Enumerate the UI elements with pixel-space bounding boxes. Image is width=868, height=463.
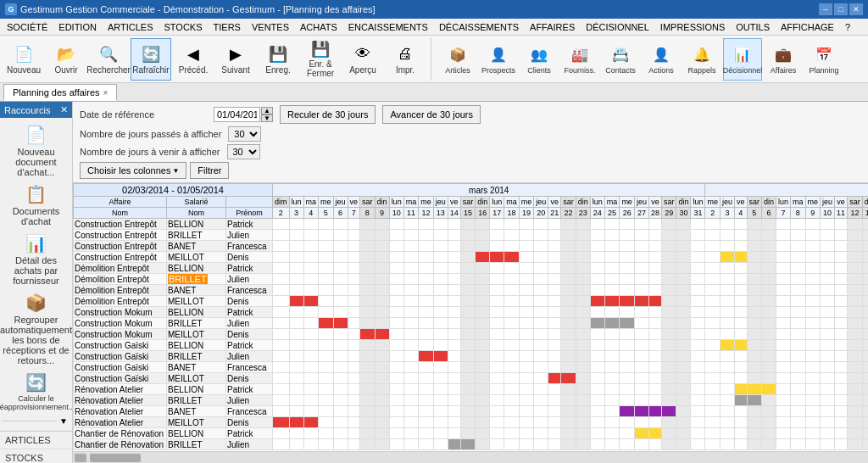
enreg-button[interactable]: 💾 Enreg. — [258, 38, 298, 81]
filtrer-button[interactable]: Filtrer — [190, 162, 229, 179]
menu-affaires[interactable]: AFFAIRES — [525, 20, 580, 34]
day-cell — [375, 285, 389, 296]
day-cell — [735, 395, 748, 406]
reculer-button[interactable]: Reculer de 30 jours — [280, 105, 376, 124]
day-cell — [776, 252, 791, 263]
planning-button[interactable]: 📅 Planning — [804, 38, 843, 81]
sidebar: Raccourcis ✕ 📄 Nouveau document d'achat.… — [0, 102, 73, 463]
decisionnel-button[interactable]: 📊 Décisionnel — [723, 38, 762, 81]
day-cell — [691, 439, 705, 450]
actions-button[interactable]: 👤 Actions — [642, 38, 681, 81]
march-num-4: 4 — [303, 208, 319, 219]
sidebar-item-calculer[interactable]: 🔄 Calculer le réapprovisionnement... — [2, 369, 70, 415]
menu-decisionnel[interactable]: DÉCISIONNEL — [581, 20, 654, 34]
day-cell — [561, 384, 576, 395]
affaires-button[interactable]: 💼 Affaires — [764, 38, 803, 81]
april-num-12: 12 — [848, 208, 863, 219]
menu-affichage[interactable]: AFFICHAGE — [776, 20, 839, 34]
sidebar-nav-articles[interactable]: ARTICLES — [0, 432, 72, 449]
rafraichir-button[interactable]: 🔄 Rafraîchir — [131, 38, 171, 81]
rappels-button[interactable]: 🔔 Rappels — [682, 38, 721, 81]
day-cell — [661, 439, 676, 450]
menu-societe[interactable]: SOCIÉTÉ — [2, 20, 53, 34]
minimize-button[interactable]: ─ — [819, 3, 832, 15]
day-cell — [676, 329, 691, 340]
day-cell — [590, 439, 604, 450]
menu-stocks[interactable]: STOCKS — [159, 20, 208, 34]
day-cell — [333, 318, 348, 329]
venir-select[interactable]: 30 — [227, 144, 260, 159]
day-cell — [705, 219, 721, 230]
date-up-btn[interactable]: ▲ — [261, 107, 273, 114]
prospects-button[interactable]: 👤 Prospects — [479, 38, 518, 81]
day-cell — [433, 241, 448, 252]
date-input[interactable] — [214, 107, 260, 122]
day-cell — [835, 230, 848, 241]
april-dow-5: lun — [776, 197, 791, 208]
day-cell — [835, 395, 848, 406]
menu-decaissements[interactable]: DÉCAISSEMENTS — [434, 20, 524, 34]
menu-impressions[interactable]: IMPRESSIONS — [655, 20, 730, 34]
rechercher-button[interactable]: 🔍 Rechercher — [88, 38, 129, 81]
impr-icon: 🖨 — [395, 44, 415, 64]
table-row: Chantier de RénovationBRILLETJulien — [74, 439, 869, 450]
tab-close-button[interactable]: × — [103, 88, 108, 98]
menu-help[interactable]: ? — [840, 20, 855, 34]
sidebar-item-regroup[interactable]: 📦 Regrouper automatiquement les bons de … — [2, 289, 70, 369]
day-cell — [705, 241, 721, 252]
fourniss-button[interactable]: 🏭 Fourniss. — [560, 38, 599, 81]
horizontal-scrollbar[interactable] — [73, 451, 868, 463]
menu-tiers[interactable]: TIERS — [209, 20, 246, 34]
day-cell — [360, 230, 376, 241]
restore-button[interactable]: □ — [834, 3, 848, 15]
close-button[interactable]: ✕ — [849, 3, 863, 15]
sidebar-item-new-doc[interactable]: 📄 Nouveau document d'achat... — [2, 121, 70, 181]
day-cell — [576, 296, 590, 307]
day-cell — [705, 395, 721, 406]
sidebar-item-detail[interactable]: 📊 Détail des achats par fournisseur — [2, 230, 70, 289]
date-down-btn[interactable]: ▼ — [261, 114, 273, 122]
colonnes-button[interactable]: Choisir les colonnes ▼ — [80, 162, 186, 179]
sidebar-expand-btn[interactable]: ▼ — [57, 416, 70, 426]
contacts-button[interactable]: 📇 Contacts — [601, 38, 640, 81]
day-cell — [433, 417, 448, 428]
nouveau-button[interactable]: 📄 Nouveau — [3, 38, 44, 81]
sidebar-close-icon[interactable]: ✕ — [60, 104, 68, 115]
sidebar-item-docs[interactable]: 📋 Documents d'achat — [2, 181, 70, 230]
enr-fermer-button[interactable]: 💾 Enr. & Fermer — [300, 38, 341, 81]
menu-ventes[interactable]: VENTES — [247, 20, 294, 34]
day-cell — [576, 230, 590, 241]
day-cell — [705, 351, 721, 362]
day-cell — [476, 274, 490, 285]
impr-button[interactable]: 🖨 Impr. — [385, 38, 426, 81]
march-dow-12: ve — [448, 197, 460, 208]
menu-achats[interactable]: ACHATS — [295, 20, 342, 34]
apercu-icon: 👁 — [353, 44, 373, 64]
menu-articles[interactable]: ARTICLES — [103, 20, 159, 34]
day-cell — [273, 351, 290, 362]
passes-select[interactable]: 30 — [228, 126, 261, 142]
day-cell — [634, 241, 648, 252]
suivant-button[interactable]: ▶ Suivant — [215, 38, 256, 81]
menu-outils[interactable]: OUTILS — [731, 20, 775, 34]
day-cell — [735, 329, 748, 340]
day-cell — [348, 241, 360, 252]
ouvrir-icon: 📂 — [56, 44, 76, 64]
planning-tab[interactable]: Planning des affaires × — [3, 84, 117, 101]
gantt-container[interactable]: 02/03/2014 - 01/05/2014mars 2014avril 20… — [73, 183, 868, 451]
sidebar-nav-stocks[interactable]: STOCKS — [0, 449, 72, 463]
avancer-button[interactable]: Avancer de 30 jours — [382, 105, 481, 124]
clients-button[interactable]: 👥 Clients — [520, 38, 559, 81]
day-cell — [504, 395, 520, 406]
apercu-button[interactable]: 👁 Aperçu — [342, 38, 383, 81]
ouvrir-button[interactable]: 📂 Ouvrir — [46, 38, 86, 81]
prospects-icon: 👤 — [487, 44, 509, 66]
march-num-3: 3 — [289, 208, 303, 219]
preced-button[interactable]: ◀ Précéd. — [173, 38, 214, 81]
suivant-label: Suivant — [221, 65, 249, 75]
articles-button[interactable]: 📦 Articles — [438, 38, 477, 81]
march-num-6: 6 — [333, 208, 348, 219]
menu-encaissements[interactable]: ENCAISSEMENTS — [343, 20, 433, 34]
table-row: Construction MokumMEILLOTDenis — [74, 329, 869, 340]
menu-edition[interactable]: EDITION — [53, 20, 102, 34]
